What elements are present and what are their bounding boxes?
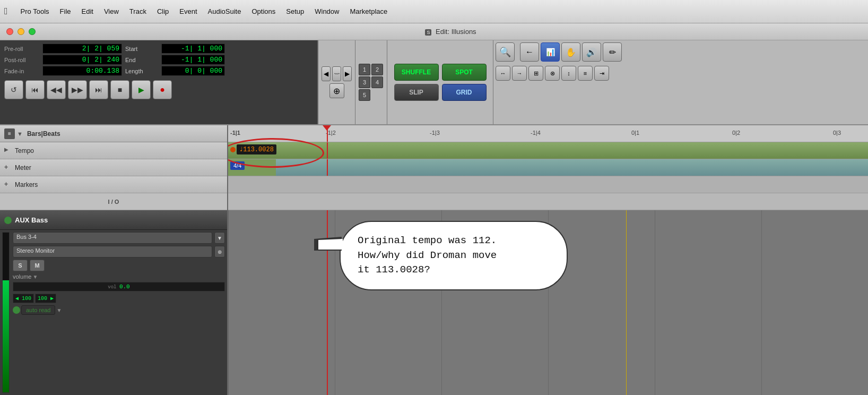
node-tool[interactable]: ⊗ bbox=[545, 66, 560, 81]
aux-power-button[interactable] bbox=[4, 217, 12, 224]
bus-dropdown[interactable]: ▼ bbox=[214, 232, 225, 244]
menu-bar:  Pro Tools File Edit View Track Clip Ev… bbox=[0, 0, 868, 23]
menu-edit[interactable]: Edit bbox=[76, 5, 99, 18]
shuffle-button[interactable]: SHUFFLE bbox=[394, 64, 439, 81]
maximize-button[interactable] bbox=[29, 28, 36, 35]
tempo-dot bbox=[230, 147, 236, 152]
tempo-label: Tempo bbox=[15, 147, 34, 154]
start-value[interactable]: -1| 1| 000 bbox=[161, 44, 225, 54]
menu-clip[interactable]: Clip bbox=[152, 5, 174, 18]
apple-menu[interactable]:  bbox=[4, 6, 8, 17]
ruler-mark-3: -1|3 bbox=[430, 130, 440, 136]
count-4-button[interactable]: 4 bbox=[371, 76, 383, 88]
waveform-tool[interactable]: 📊 bbox=[541, 42, 560, 62]
tempo-value: ♩113.0028 bbox=[237, 144, 276, 154]
fast-forward-button[interactable]: ▶▶ bbox=[68, 80, 87, 99]
volume-dropdown-icon[interactable]: ▼ bbox=[32, 274, 38, 280]
title-text: Edit: Illusions bbox=[436, 28, 476, 36]
scroll-nav-area: ◀ 〰 ▶ ⊕ bbox=[318, 40, 355, 124]
tempo-expand[interactable]: ▶ bbox=[4, 147, 13, 155]
play-button[interactable]: ▶ bbox=[132, 80, 151, 99]
spot-button[interactable]: SPOT bbox=[442, 64, 487, 81]
nav-left-tool[interactable]: ← bbox=[520, 42, 539, 62]
record-button[interactable]: ● bbox=[153, 80, 172, 99]
window-title: S Edit: Illusions bbox=[40, 28, 862, 36]
ruler-mark-4: -1|4 bbox=[531, 130, 541, 136]
minimize-button[interactable] bbox=[18, 28, 24, 35]
vu-level bbox=[3, 280, 9, 392]
arrow-right-tool[interactable]: → bbox=[512, 66, 527, 81]
cross-tool[interactable]: ⊞ bbox=[528, 66, 543, 81]
start-label: Start bbox=[123, 44, 160, 54]
end-value[interactable]: -1| 1| 000 bbox=[161, 55, 225, 65]
magnify-tool[interactable]: 🔍 bbox=[496, 42, 515, 62]
monitor-dropdown[interactable]: ⊕ bbox=[214, 246, 225, 257]
menu-options[interactable]: Options bbox=[246, 5, 281, 18]
center-scroll-button[interactable]: ⊕ bbox=[329, 83, 344, 98]
grid-button[interactable]: GRID bbox=[442, 84, 487, 101]
expand-icon: ▼ bbox=[17, 131, 23, 137]
pencil-tool[interactable]: ✏ bbox=[603, 42, 622, 62]
monitor-selector[interactable]: Stereo Monitor bbox=[13, 246, 212, 257]
bus-selector[interactable]: Bus 3-4 bbox=[13, 232, 212, 244]
menu-view[interactable]: View bbox=[99, 5, 124, 18]
speaker-tool[interactable]: 🔊 bbox=[582, 42, 601, 62]
postroll-value[interactable]: 0| 2| 240 bbox=[42, 55, 122, 65]
auto-dropdown[interactable]: ▼ bbox=[56, 307, 62, 313]
menu-pro-tools[interactable]: Pro Tools bbox=[15, 5, 55, 18]
trim-tool[interactable]: ↔ bbox=[496, 66, 510, 81]
menu-window[interactable]: Window bbox=[309, 5, 344, 18]
aux-bass-track: AUX Bass Bus 3-4 ▼ Stereo Monitor ⊕ bbox=[0, 210, 227, 395]
solo-mute-row: Stereo Monitor ⊕ bbox=[13, 246, 225, 257]
menu-track[interactable]: Track bbox=[124, 5, 152, 18]
count-1-button[interactable]: 1 bbox=[359, 64, 370, 75]
count-2-button[interactable]: 2 bbox=[371, 64, 383, 75]
meter-add[interactable]: + bbox=[4, 164, 13, 172]
rewind-button[interactable]: ◀◀ bbox=[47, 80, 66, 99]
length-value[interactable]: 0| 0| 000 bbox=[161, 66, 225, 76]
count-3-button[interactable]: 3 bbox=[359, 76, 370, 88]
bars-beats-icon: ≡ bbox=[4, 128, 15, 139]
rewind-start-button[interactable]: ⏮ bbox=[25, 80, 45, 99]
menu-event[interactable]: Event bbox=[174, 5, 202, 18]
preroll-value[interactable]: 2| 2| 059 bbox=[42, 44, 122, 54]
count-buttons-area: 1 2 3 4 5 bbox=[355, 40, 387, 124]
end-label: End bbox=[123, 55, 160, 65]
meter-row: + Meter bbox=[0, 159, 227, 176]
tempo-row: ▶ Tempo bbox=[0, 142, 227, 159]
scroll-left-button[interactable]: ◀ bbox=[322, 66, 331, 81]
slip-button[interactable]: SLIP bbox=[394, 84, 439, 101]
fadein-value[interactable]: 0:00.138 bbox=[42, 66, 122, 76]
length-label: Length bbox=[123, 66, 160, 76]
menu-setup[interactable]: Setup bbox=[281, 5, 309, 18]
split-tool[interactable]: ↕ bbox=[561, 66, 576, 81]
stop-button[interactable]: ■ bbox=[110, 80, 129, 99]
aux-bass-controls: Bus 3-4 ▼ Stereo Monitor ⊕ S M volume ▼ bbox=[0, 230, 227, 395]
aux-bass-controls-col: Bus 3-4 ▼ Stereo Monitor ⊕ S M volume ▼ bbox=[13, 232, 225, 393]
markers-add[interactable]: + bbox=[4, 181, 13, 189]
count-5-button[interactable]: 5 bbox=[359, 89, 370, 101]
auto-read-button[interactable]: auto read bbox=[21, 305, 55, 315]
menu-audiosuite[interactable]: AudioSuite bbox=[203, 5, 247, 18]
auto-icon[interactable] bbox=[13, 306, 20, 314]
close-button[interactable] bbox=[6, 28, 13, 35]
meter-track-fill bbox=[276, 159, 868, 176]
vol-knob-row: ◀ 100 100 ▶ bbox=[13, 294, 225, 303]
menu-file[interactable]: File bbox=[55, 5, 76, 18]
preroll-label: Pre-roll bbox=[4, 44, 41, 54]
tempo-bpm: 113.0028 bbox=[243, 146, 274, 153]
hand-tool[interactable]: ✋ bbox=[561, 42, 580, 62]
end-right-tool[interactable]: ⇥ bbox=[594, 66, 609, 81]
mute-button[interactable]: M bbox=[30, 260, 45, 271]
forward-end-button[interactable]: ⏭ bbox=[89, 80, 108, 99]
volume-label-row: volume ▼ bbox=[13, 273, 225, 280]
scroll-right-button[interactable]: ▶ bbox=[343, 66, 352, 81]
scroll-wave-button[interactable]: 〰 bbox=[332, 66, 341, 81]
loop-button[interactable]: ↺ bbox=[4, 80, 23, 99]
solo-button[interactable]: S bbox=[13, 260, 28, 271]
vol-left-knob[interactable]: ◀ 100 bbox=[13, 294, 34, 303]
menu-marketplace[interactable]: Marketplace bbox=[344, 5, 393, 18]
eq-tool[interactable]: ≡ bbox=[578, 66, 593, 81]
vol-right-knob[interactable]: 100 ▶ bbox=[35, 294, 56, 303]
tempo-content-row: ♩113.0028 bbox=[228, 142, 868, 159]
